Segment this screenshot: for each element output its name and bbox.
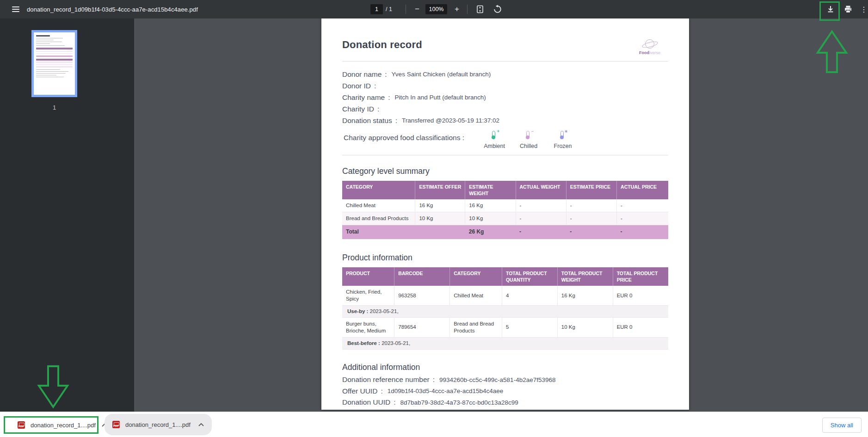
table-cell: 789654	[394, 317, 450, 337]
donation-fields: Donor name : Yves Saint Chicken (default…	[342, 68, 668, 126]
zoom-level: 100%	[425, 4, 447, 14]
table-row: Burger buns, Brioche, Medium789654Bread …	[342, 317, 668, 337]
more-options-button[interactable]: ⋮	[858, 4, 868, 15]
table-cell: Total	[342, 225, 415, 239]
field-value: Yves Saint Chicken (default branch)	[392, 71, 491, 78]
classification-name: Chilled	[514, 143, 543, 149]
download-chip-2[interactable]: PDF donation_record_1....pdf	[105, 414, 212, 435]
rotate-button[interactable]	[492, 4, 503, 15]
page-thumbnail[interactable]	[31, 30, 77, 97]
table-header-cell: BARCODE	[394, 267, 450, 286]
field-row: Donation status : Transferred @2023-05-1…	[342, 115, 668, 126]
table-header-cell: ESTIMATE PRICE	[566, 181, 616, 199]
table-cell: -	[566, 199, 616, 212]
field-label: Donor name	[342, 70, 382, 79]
table-cell: -	[617, 212, 668, 225]
field-row: Donor ID :	[342, 80, 668, 92]
pdf-page: ··· Foodiverse Donation record Donor nam…	[321, 18, 689, 410]
download-chip-1[interactable]: PDF donation_record_1....pdf	[4, 416, 98, 434]
table-cell: -	[566, 225, 616, 239]
table-cell: -	[566, 212, 616, 225]
download-expand-button[interactable]	[198, 423, 204, 427]
print-icon	[843, 5, 853, 14]
table-header-cell: ACTUAL WEIGHT	[516, 181, 566, 199]
field-row: Charity ID :	[342, 103, 668, 115]
classification-name: Frozen	[548, 143, 577, 149]
fit-page-button[interactable]	[474, 4, 486, 15]
additional-info-row: Donation created : 2023-05-19 11:35:56	[342, 408, 668, 410]
thumbnail-sidebar: 1	[0, 18, 134, 412]
classification-row: Charity approved food classifications : …	[342, 130, 668, 149]
thermometer-icon: −	[525, 131, 532, 139]
brand-logo: ··· Foodiverse	[633, 38, 667, 55]
table-header-cell: TOTAL PRODUCT QUANTITY	[502, 267, 557, 286]
additional-info-heading: Additional information	[342, 363, 668, 372]
plus-icon: +	[455, 5, 459, 14]
divider	[342, 155, 668, 155]
classification-item: − Chilled	[514, 130, 543, 149]
table-cell: Chilled Meat	[450, 286, 502, 305]
table-row: Bread and Bread Products10 Kg10 Kg---	[342, 212, 668, 225]
category-summary-table: CATEGORYESTIMATE OFFERESTIMATE WEIGHTACT…	[342, 181, 668, 239]
additional-info-row: Donation UUID : 8d7bab79-38d2-4a73-87cc-…	[342, 397, 668, 408]
additional-value: 9934260b-cc5c-499c-a581-4b2ae7f53968	[439, 376, 555, 383]
additional-label: Donation reference number	[342, 375, 430, 384]
download-filename: donation_record_1....pdf	[31, 422, 96, 429]
table-cell: Bread and Bread Products	[342, 212, 415, 225]
table-cell: 10 Kg	[465, 212, 516, 225]
table-cell: 16 Kg	[415, 199, 465, 212]
hamburger-icon	[12, 6, 19, 7]
divider	[342, 61, 668, 62]
table-cell: -	[516, 212, 566, 225]
table-cell: 10 Kg	[557, 317, 613, 337]
table-total-row: Total26 Kg---	[342, 225, 668, 239]
download-icon	[826, 5, 835, 14]
table-cell: -	[617, 199, 668, 212]
fit-page-icon	[475, 5, 485, 14]
thumbnail-preview	[34, 32, 75, 95]
minus-icon: −	[415, 5, 419, 14]
field-label: Charity name	[342, 93, 385, 102]
additional-info: Donation reference number : 9934260b-cc5…	[342, 374, 668, 410]
field-label: Donation status	[342, 117, 392, 125]
additional-info-row: Donation reference number : 9934260b-cc5…	[342, 374, 668, 386]
pdf-file-icon: PDF	[18, 421, 25, 429]
table-row: Chicken, Fried, Spicy963258Chilled Meat4…	[342, 286, 668, 305]
planet-icon: ···	[644, 38, 656, 50]
table-note-row: Use-by : 2023-05-21,	[342, 306, 668, 318]
field-value: Transferred @2023-05-19 11:37:02	[402, 117, 499, 124]
table-header-cell: CATEGORY	[450, 267, 502, 286]
table-cell: -	[516, 199, 566, 212]
table-header-cell: ESTIMATE OFFER	[415, 181, 465, 199]
table-cell: Chicken, Fried, Spicy	[342, 286, 394, 305]
table-cell: 963258	[394, 286, 450, 305]
field-row: Charity name : Pitch In and Putt (defaul…	[342, 92, 668, 103]
additional-label: Donation UUID	[342, 398, 390, 406]
zoom-in-button[interactable]: +	[451, 4, 462, 15]
table-cell	[415, 225, 465, 239]
table-note-cell: Use-by : 2023-05-21,	[342, 306, 668, 318]
zoom-out-button[interactable]: −	[412, 4, 423, 15]
table-cell: 5	[502, 317, 557, 337]
field-value: Pitch In and Putt (default branch)	[395, 94, 486, 101]
rotate-ccw-icon	[493, 5, 502, 14]
page-number-input[interactable]: 1	[370, 4, 383, 14]
pdf-viewer-toolbar: donation_record_1d09b1f4-03d5-4ccc-aa7e-…	[0, 0, 868, 18]
menu-button[interactable]	[10, 4, 21, 15]
download-filename: donation_record_1....pdf	[125, 421, 191, 428]
field-label: Charity ID	[342, 105, 374, 113]
field-label: Donor ID	[342, 82, 371, 90]
kebab-icon: ⋮	[860, 5, 868, 14]
table-cell: Burger buns, Brioche, Medium	[342, 317, 394, 337]
download-button[interactable]	[825, 4, 836, 15]
product-info-heading: Product information	[342, 253, 668, 263]
show-all-button[interactable]: Show all	[822, 418, 862, 433]
table-cell: 26 Kg	[465, 225, 516, 239]
print-button[interactable]	[843, 4, 854, 15]
table-header-cell: TOTAL PRODUCT PRICE	[613, 267, 668, 286]
table-cell: 16 Kg	[465, 199, 516, 212]
category-summary-heading: Category level summary	[342, 166, 668, 176]
table-row: Chilled Meat16 Kg16 Kg---	[342, 199, 668, 212]
thermometer-icon: +	[491, 131, 498, 139]
table-header-cell: TOTAL PRODUCT WEIGHT	[557, 267, 613, 286]
